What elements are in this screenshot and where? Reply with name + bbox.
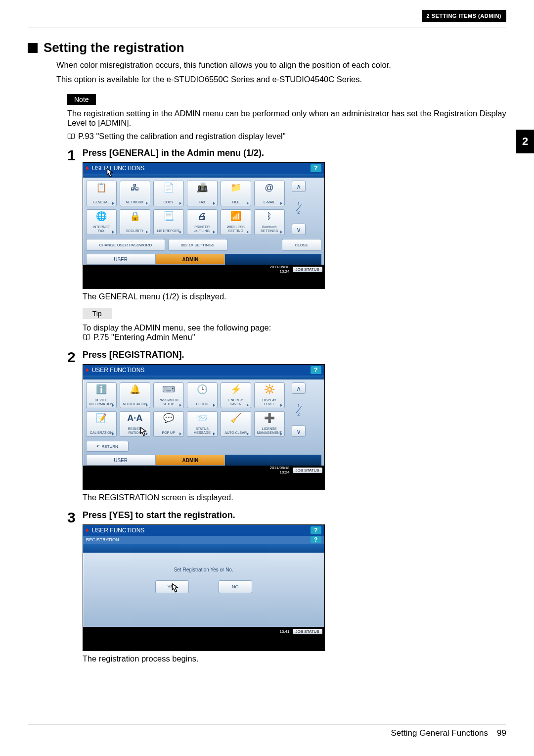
- panel-title: USER FUNCTIONS: [92, 165, 145, 172]
- page-indicator: 12: [292, 397, 306, 423]
- panel-timestamp: 2011/05/18 10:24: [269, 466, 289, 474]
- step-1-after: The GENERAL menu (1/2) is displayed.: [83, 292, 506, 301]
- scroll-down-button[interactable]: ∨: [292, 425, 306, 437]
- job-status-button[interactable]: JOB STATUS: [293, 629, 322, 634]
- section-title: Setting the registration: [44, 40, 184, 55]
- btn-copy[interactable]: 📄COPY: [153, 181, 184, 206]
- btn-status-message[interactable]: 📨STATUS MESSAGE: [187, 411, 218, 437]
- btn-return[interactable]: ↶RETURN: [86, 441, 129, 452]
- panel-statusbar: 2011/05/18 10:24 JOB STATUS: [83, 265, 324, 274]
- job-status-button[interactable]: JOB STATUS: [293, 267, 322, 272]
- step-number: 1: [67, 148, 76, 342]
- touch-cursor-icon: [167, 582, 182, 597]
- btn-security[interactable]: 🔒SECURITY: [120, 209, 150, 235]
- panel-titlebar: USER FUNCTIONS ?: [83, 163, 324, 174]
- btn-popup[interactable]: 💬POP UP: [153, 411, 184, 437]
- touch-cursor-icon: [135, 426, 150, 441]
- btn-no[interactable]: NO: [219, 580, 252, 593]
- note-label: Note: [67, 94, 96, 105]
- scroll-up-button[interactable]: ∧: [292, 181, 306, 192]
- btn-network[interactable]: 🖧NETWORK: [120, 181, 150, 206]
- btn-file[interactable]: 📁FILE: [221, 181, 251, 206]
- btn-email[interactable]: @E-MAIL: [254, 181, 285, 206]
- btn-license-management[interactable]: ➕LICENSE MANAGEMENT: [254, 411, 285, 437]
- tab-admin[interactable]: ADMIN: [156, 455, 225, 466]
- btn-notification[interactable]: 🔔NOTIFICATION: [120, 382, 150, 408]
- help-button[interactable]: ?: [311, 366, 321, 374]
- btn-8021x-settings[interactable]: 802.1X SETTINGS: [168, 239, 227, 251]
- steps-list: 1 Press [GENERAL] in the Admin menu (1/2…: [28, 148, 506, 663]
- chapter-tab: 2: [516, 130, 534, 153]
- step-2-after: The REGISTRATION screen is displayed.: [83, 493, 506, 502]
- btn-list-report[interactable]: 📃LIST/REPORT: [153, 209, 184, 235]
- btn-energy-saver[interactable]: ⚡ENERGY SAVER: [221, 382, 251, 408]
- title-indicator-icon: [86, 166, 89, 170]
- book-icon: [83, 334, 90, 341]
- panel-timestamp: 10:41: [280, 629, 290, 634]
- page-header: 2 SETTING ITEMS (ADMIN): [0, 0, 534, 22]
- footer-section: Setting General Functions: [391, 728, 489, 738]
- btn-printer-efiling[interactable]: 🖨PRINTER /e-FILING: [187, 209, 218, 235]
- step-3-after: The registration process begins.: [83, 654, 506, 663]
- header-badge: 2 SETTING ITEMS (ADMIN): [422, 10, 506, 22]
- panel-statusbar: 10:41 JOB STATUS: [83, 627, 324, 636]
- mfp-panel-registration: USER FUNCTIONS ? REGISTRATION ? Set Regi…: [83, 524, 325, 651]
- mfp-panel-admin-menu: USER FUNCTIONS ? 📋GENERAL 🖧NETWORK: [83, 162, 325, 289]
- tip-ref-line: P.75 "Entering Admin Menu": [83, 332, 506, 342]
- tab-user[interactable]: USER: [86, 254, 156, 265]
- note-ref-line: P.93 "Setting the calibration and regist…: [67, 132, 506, 141]
- page-body: Setting the registration When color misr…: [0, 28, 534, 663]
- title-indicator-icon: [86, 368, 89, 372]
- job-status-button[interactable]: JOB STATUS: [293, 468, 322, 473]
- btn-bluetooth-settings[interactable]: ᛒBluetooth SETTINGS: [254, 209, 285, 235]
- footer-page: 99: [497, 728, 506, 738]
- panel-title: USER FUNCTIONS: [92, 367, 145, 374]
- tab-admin[interactable]: ADMIN: [156, 254, 225, 265]
- touch-cursor-icon: [102, 167, 117, 182]
- btn-fax[interactable]: 📠FAX: [187, 181, 218, 206]
- general-menu-grid: ℹ️DEVICE INFORMATION 🔔NOTIFICATION ⌨PASS…: [86, 382, 290, 437]
- admin-menu-grid: 📋GENERAL 🖧NETWORK 📄COPY 📠FAX 📁FILE @E-MA…: [86, 181, 290, 235]
- btn-wireless-setting[interactable]: 📶WIRELESS SETTING: [221, 209, 251, 235]
- btn-close[interactable]: CLOSE: [282, 239, 321, 251]
- return-arrow-icon: ↶: [96, 444, 100, 449]
- step-3-title: Press [YES] to start the registration.: [83, 510, 506, 520]
- help-button[interactable]: ?: [311, 526, 321, 534]
- btn-clock[interactable]: 🕒CLOCK: [187, 382, 218, 408]
- panel-titlebar: USER FUNCTIONS ?: [83, 365, 324, 376]
- help-button[interactable]: ?: [311, 164, 321, 172]
- tip-body: To display the ADMIN menu, see the follo…: [83, 323, 506, 332]
- step-number: 3: [67, 510, 76, 663]
- section-lead-2: This option is available for the e-STUDI…: [28, 75, 506, 84]
- step-2-title: Press [REGISTRATION].: [83, 350, 506, 360]
- btn-password-setup[interactable]: ⌨PASSWORD SETUP: [153, 382, 184, 408]
- scroll-column: ∧ 1 2 ∨: [292, 181, 306, 235]
- scroll-up-button[interactable]: ∧: [292, 382, 306, 394]
- mfp-panel-general-menu: USER FUNCTIONS ? ℹ️DEVICE INFORMATION 🔔N…: [83, 364, 325, 490]
- help-button[interactable]: ?: [311, 536, 321, 543]
- btn-internet-fax[interactable]: 🌐INTERNET FAX: [86, 209, 117, 235]
- step-1-title: Press [GENERAL] in the Admin menu (1/2).: [83, 148, 506, 158]
- panel-statusbar: 2011/05/18 10:24 JOB STATUS: [83, 466, 324, 474]
- btn-display-level[interactable]: 🔆DISPLAY LEVEL: [254, 382, 285, 408]
- btn-device-information[interactable]: ℹ️DEVICE INFORMATION: [86, 382, 117, 408]
- page: 2 SETTING ITEMS (ADMIN) 2 Setting the re…: [0, 0, 534, 756]
- page-footer: Setting General Functions 99: [28, 724, 506, 738]
- step-number: 2: [67, 350, 76, 502]
- tip-label: Tip: [83, 308, 112, 319]
- step-3: 3 Press [YES] to start the registration.…: [67, 510, 506, 663]
- horizontal-rule: [28, 724, 506, 724]
- panel-breadcrumb: REGISTRATION ?: [83, 536, 324, 544]
- tab-user[interactable]: USER: [86, 455, 156, 466]
- btn-calibration[interactable]: 📝CALIBRATION: [86, 411, 117, 437]
- btn-general[interactable]: 📋GENERAL: [86, 181, 117, 206]
- square-bullet-icon: [28, 43, 38, 53]
- scroll-down-button[interactable]: ∨: [292, 224, 306, 235]
- btn-auto-clear[interactable]: 🧹AUTO CLEAR: [221, 411, 251, 437]
- btn-change-user-password[interactable]: CHANGE USER PASSWORD: [86, 239, 165, 251]
- note-body: The registration setting in the ADMIN me…: [67, 109, 506, 128]
- note-ref: P.93 "Setting the calibration and regist…: [78, 132, 286, 141]
- step-2: 2 Press [REGISTRATION]. USER FUNCTIONS ?: [67, 350, 506, 502]
- section-heading: Setting the registration: [28, 40, 506, 55]
- note-block: Note The registration setting in the ADM…: [67, 94, 506, 141]
